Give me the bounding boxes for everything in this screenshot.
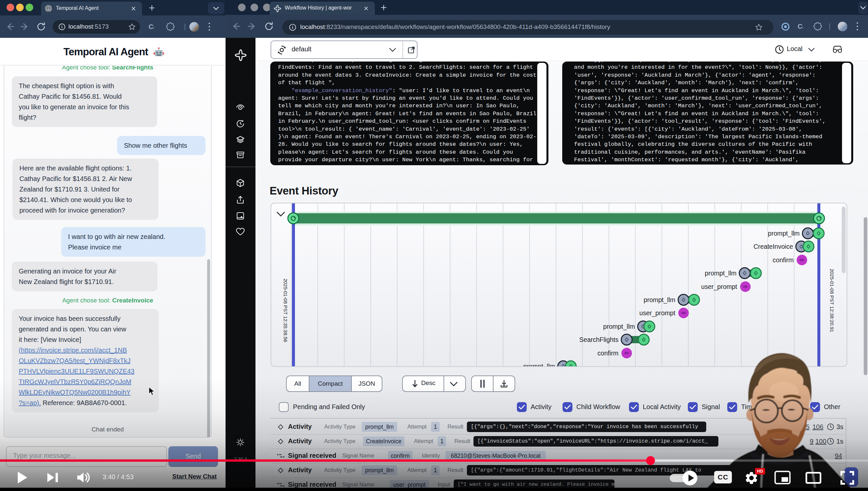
svg-text:SearchFlights: SearchFlights — [579, 336, 618, 343]
svg-text:confirm: confirm — [773, 256, 794, 264]
svg-text:user_prompt: user_prompt — [640, 309, 676, 317]
svg-text:user_prompt: user_prompt — [701, 283, 738, 291]
svg-text:prompt_llm: prompt_llm — [603, 323, 635, 330]
svg-text:confirm: confirm — [597, 349, 618, 357]
svg-text:prompt_llm: prompt_llm — [768, 230, 800, 237]
svg-text:prompt_llm: prompt_llm — [644, 296, 675, 304]
svg-text:2025-01-08 PST 12:38:20.91: 2025-01-08 PST 12:38:20.91 — [829, 268, 835, 332]
svg-text:2025-01-08 PST 12:35:38.56: 2025-01-08 PST 12:35:38.56 — [283, 279, 288, 342]
svg-text:prompt_llm: prompt_llm — [705, 269, 737, 277]
svg-text:CreateInvoice: CreateInvoice — [753, 243, 793, 250]
svg-text:prompt_llm: prompt_llm — [523, 363, 555, 367]
